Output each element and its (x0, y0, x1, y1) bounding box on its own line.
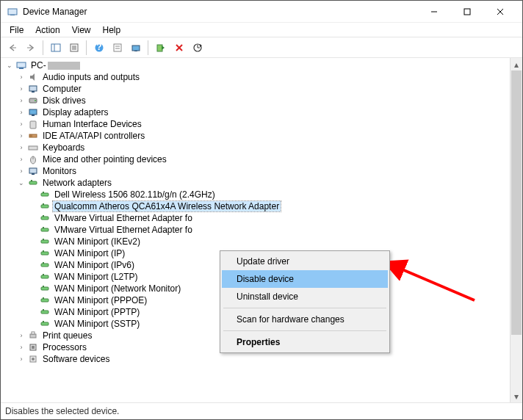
scroll-up-icon[interactable]: ▴ (511, 58, 522, 70)
svg-rect-54 (43, 239, 44, 240)
status-text: Disables the selected device. (5, 406, 119, 416)
ctx-separator (223, 308, 386, 308)
status-bar: Disables the selected device. (1, 403, 522, 419)
toolbar-separator (148, 40, 148, 55)
menu-help[interactable]: Help (97, 23, 127, 37)
expand-icon[interactable]: › (15, 71, 27, 83)
tree-category[interactable]: ⌄Network adapters (4, 177, 510, 189)
network-adapter-icon (39, 306, 51, 318)
svg-rect-20 (134, 51, 137, 51)
svg-rect-70 (32, 332, 35, 334)
tree-device-label: WAN Miniport (SSTP) (53, 319, 141, 329)
svg-rect-8 (51, 44, 60, 51)
maximize-button[interactable] (450, 1, 483, 22)
minimize-button[interactable] (417, 1, 450, 22)
expand-icon[interactable]: › (15, 106, 27, 118)
category-icon (27, 95, 39, 106)
tree-category[interactable]: ›Audio inputs and outputs (4, 71, 510, 83)
tree-device[interactable]: Dell Wireless 1506 802.11b/g/n (2.4GHz) (4, 189, 510, 200)
ctx-scan-hardware[interactable]: Scan for hardware changes (222, 311, 388, 328)
enable-device-button[interactable] (152, 40, 169, 56)
svg-rect-52 (43, 227, 44, 228)
tree-category[interactable]: ›Computer (4, 83, 510, 95)
svg-rect-62 (43, 286, 44, 287)
tree-device-label: WAN Miniport (PPTP) (53, 307, 141, 317)
svg-rect-33 (30, 121, 36, 128)
window-title: Device Manager (23, 7, 417, 17)
action-menu-button[interactable] (109, 40, 126, 56)
svg-rect-50 (43, 215, 44, 217)
expand-icon[interactable]: › (15, 118, 27, 130)
menu-file[interactable]: File (4, 23, 29, 37)
expand-icon[interactable]: › (15, 142, 27, 153)
svg-rect-68 (43, 321, 44, 322)
tree-device-label: WAN Miniport (IKEv2) (53, 236, 142, 247)
tree-root[interactable]: ⌄PC- (4, 59, 510, 71)
expand-icon[interactable]: › (15, 153, 27, 165)
category-icon (27, 153, 39, 165)
svg-rect-67 (41, 322, 48, 325)
tree-device-label: WAN Miniport (L2TP) (53, 272, 140, 282)
svg-rect-51 (41, 228, 48, 231)
tree-device[interactable]: Qualcomm Atheros QCA61x4A Wireless Netwo… (4, 200, 510, 212)
tree-category[interactable]: ›Software devices (4, 353, 510, 365)
tree-device[interactable]: VMware Virtual Ethernet Adapter fo (4, 224, 510, 236)
tree-root-label: PC- (29, 60, 48, 70)
expand-icon[interactable]: › (15, 341, 27, 353)
tree-device-label: Qualcomm Atheros QCA61x4A Wireless Netwo… (53, 201, 281, 211)
svg-rect-63 (41, 299, 48, 302)
tree-category[interactable]: ›Monitors (4, 165, 510, 177)
tree-category[interactable]: ›Display adapters (4, 106, 510, 118)
menu-action[interactable]: Action (29, 23, 65, 37)
collapse-icon[interactable]: ⌄ (4, 59, 15, 71)
ctx-update-driver[interactable]: Update driver (222, 253, 388, 270)
category-icon (27, 71, 39, 83)
back-button[interactable] (4, 40, 21, 56)
category-icon (27, 130, 39, 142)
toolbar: ? (1, 37, 522, 58)
svg-rect-47 (41, 205, 48, 208)
forward-button[interactable] (22, 40, 39, 56)
vertical-scrollbar[interactable]: ▴ ▾ (510, 58, 522, 402)
tree-device[interactable]: VMware Virtual Ethernet Adapter fo (4, 212, 510, 224)
ctx-separator (223, 330, 386, 331)
tree-category[interactable]: ›Human Interface Devices (4, 118, 510, 130)
expand-icon[interactable]: › (15, 330, 27, 341)
network-adapter-icon (39, 200, 51, 212)
tree-category[interactable]: ›Mice and other pointing devices (4, 153, 510, 165)
ctx-uninstall-device[interactable]: Uninstall device (222, 288, 388, 305)
menu-view[interactable]: View (66, 23, 97, 37)
svg-rect-65 (41, 311, 48, 314)
category-icon (27, 83, 39, 95)
tree-device[interactable]: WAN Miniport (IKEv2) (4, 236, 510, 247)
category-icon (27, 330, 39, 341)
svg-rect-28 (32, 91, 35, 93)
show-hide-console-tree-button[interactable] (47, 40, 64, 56)
expand-icon[interactable]: › (15, 353, 27, 365)
scroll-thumb[interactable] (511, 70, 522, 335)
ctx-disable-device[interactable]: Disable device (222, 270, 388, 288)
tree-category[interactable]: ›Disk drives (4, 95, 510, 106)
expand-icon[interactable]: › (15, 95, 27, 106)
expand-icon[interactable]: › (15, 130, 27, 142)
svg-rect-0 (8, 9, 17, 15)
tree-category[interactable]: ›IDE ATA/ATAPI controllers (4, 130, 510, 142)
tree-category-label: Processors (41, 342, 88, 352)
uninstall-device-button[interactable] (170, 40, 187, 56)
properties-button[interactable] (65, 40, 82, 56)
svg-rect-19 (132, 46, 140, 51)
expand-icon[interactable]: › (15, 165, 27, 177)
tree-category[interactable]: ›Keyboards (4, 142, 510, 153)
update-driver-button[interactable] (189, 40, 206, 56)
ctx-properties[interactable]: Properties (222, 333, 388, 351)
scan-hardware-button[interactable] (127, 40, 144, 56)
expand-icon[interactable]: › (15, 83, 27, 95)
svg-rect-25 (17, 62, 26, 68)
scroll-down-icon[interactable]: ▾ (511, 390, 522, 402)
svg-point-74 (32, 358, 35, 361)
help-button[interactable]: ? (90, 40, 107, 56)
svg-rect-31 (29, 109, 37, 115)
collapse-icon[interactable]: ⌄ (15, 177, 27, 189)
close-button[interactable] (483, 1, 516, 22)
svg-rect-43 (29, 181, 37, 184)
